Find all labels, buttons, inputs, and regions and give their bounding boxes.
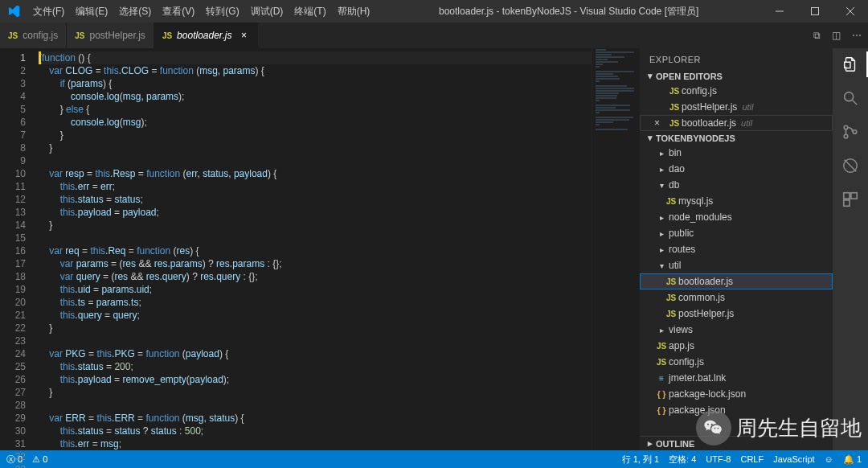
open-editor-item[interactable]: JSpostHelper.jsutil (640, 99, 833, 115)
tree-item[interactable]: ▸views (640, 322, 833, 338)
explorer-title: EXPLORER (640, 48, 833, 69)
js-icon: JS (664, 277, 678, 286)
debug-icon[interactable] (841, 156, 860, 175)
js-icon: JS (664, 310, 678, 318)
js-icon: JS (664, 197, 678, 206)
status-eol[interactable]: CRLF (740, 454, 764, 464)
chevron-icon: ▾ (654, 261, 669, 270)
menu-item[interactable]: 编辑(E) (70, 6, 113, 17)
editor-tab-bar: JSconfig.jsJSpostHelper.jsJSbootloader.j… (0, 23, 868, 48)
tab-label: config.js (23, 30, 58, 41)
tree-item[interactable]: JSpostHelper.js (640, 306, 833, 322)
status-feedback[interactable]: ☺ (825, 454, 833, 464)
menu-item[interactable]: 选择(S) (113, 6, 157, 17)
split-icon[interactable]: ◫ (832, 30, 841, 41)
menu-item[interactable]: 终端(T) (289, 6, 331, 17)
js-icon: JS (667, 87, 682, 96)
status-warnings[interactable]: ⚠ 0 (32, 454, 47, 465)
minimize-button[interactable] (762, 0, 797, 23)
link-icon: ≡ (654, 374, 669, 383)
tree-item[interactable]: ▸node_modules (640, 209, 833, 225)
chevron-icon: ▸ (654, 213, 669, 222)
tree-item[interactable]: ≡jmeter.bat.lnk (640, 370, 833, 386)
project-header[interactable]: ▾TOKENBYNODEJS (640, 131, 833, 145)
chevron-icon: ▸ (654, 229, 669, 238)
menu-item[interactable]: 查看(V) (157, 6, 200, 17)
status-cursor[interactable]: 行 1, 列 1 (622, 454, 659, 466)
status-bar: ⓧ 0 ⚠ 0 行 1, 列 1 空格: 4 UTF-8 CRLF JavaSc… (0, 450, 868, 468)
svg-rect-11 (844, 193, 850, 199)
open-editor-item[interactable]: JSconfig.js (640, 83, 833, 99)
tab-label: postHelper.js (90, 30, 145, 41)
js-icon: JS (162, 31, 172, 40)
wechat-icon (696, 410, 731, 445)
close-icon[interactable]: × (654, 117, 664, 129)
vscode-logo-icon (0, 5, 27, 18)
js-icon: JS (667, 119, 682, 128)
compare-icon[interactable]: ⧉ (813, 30, 821, 41)
editor-tab[interactable]: JSbootloader.js× (154, 23, 259, 48)
close-tab-icon[interactable]: × (238, 30, 249, 41)
svg-line-10 (845, 160, 857, 172)
menu-item[interactable]: 转到(G) (200, 6, 244, 17)
svg-rect-1 (812, 8, 819, 15)
json-icon: { } (654, 390, 669, 399)
tree-item[interactable]: JSapp.js (640, 338, 833, 354)
js-icon: JS (654, 342, 669, 351)
tree-item[interactable]: ▾db (640, 177, 833, 193)
activity-bar (833, 48, 868, 450)
svg-rect-13 (844, 200, 850, 206)
tree-item[interactable]: JScommon.js (640, 289, 833, 306)
svg-line-5 (853, 101, 858, 105)
js-icon: JS (654, 358, 669, 367)
tree-item[interactable]: JSmysql.js (640, 193, 833, 209)
title-bar: 文件(F)编辑(E)选择(S)查看(V)转到(G)调试(D)终端(T)帮助(H)… (0, 0, 868, 23)
chevron-icon: ▸ (654, 149, 669, 158)
tree-item[interactable]: ▸dao (640, 161, 833, 177)
line-gutter: 1234567891011121314151617181920212223242… (0, 48, 34, 450)
menu-item[interactable]: 文件(F) (27, 6, 70, 17)
search-icon[interactable] (841, 88, 860, 108)
status-encoding[interactable]: UTF-8 (706, 454, 731, 464)
more-icon[interactable]: ⋯ (852, 30, 862, 41)
open-editor-item[interactable]: ×JSbootloader.jsutil (640, 115, 833, 131)
status-bell[interactable]: 🔔 1 (843, 454, 862, 465)
chevron-icon: ▸ (654, 165, 669, 174)
code-content[interactable]: (function () { var CLOG = this.CLOG = fu… (34, 48, 592, 450)
tree-item[interactable]: ▾util (640, 257, 833, 273)
chevron-icon: ▸ (654, 326, 669, 335)
js-icon: JS (667, 103, 682, 112)
tree-item[interactable]: ▸bin (640, 145, 833, 161)
tree-item[interactable]: JSbootloader.js (640, 273, 833, 289)
tab-label: bootloader.js (177, 30, 231, 41)
maximize-button[interactable] (797, 0, 833, 23)
explorer-sidebar: EXPLORER ▾OPEN EDITORS JSconfig.jsJSpost… (640, 48, 833, 450)
extensions-icon[interactable] (841, 190, 860, 209)
svg-point-4 (845, 92, 854, 101)
status-language[interactable]: JavaScript (773, 454, 814, 464)
tree-item[interactable]: JSconfig.js (640, 354, 833, 370)
json-icon: { } (654, 406, 669, 415)
open-editors-header[interactable]: ▾OPEN EDITORS (640, 69, 833, 83)
svg-point-8 (853, 130, 857, 134)
js-icon: JS (8, 31, 18, 40)
editor-area[interactable]: 1234567891011121314151617181920212223242… (0, 48, 640, 450)
js-icon: JS (664, 294, 678, 302)
chevron-icon: ▾ (654, 181, 669, 190)
editor-tab[interactable]: JSconfig.js (0, 23, 67, 48)
status-spaces[interactable]: 空格: 4 (669, 454, 696, 466)
menu-item[interactable]: 调试(D) (245, 6, 289, 17)
tree-item[interactable]: { }package-lock.json (640, 386, 833, 402)
tree-item[interactable]: ▸routes (640, 241, 833, 257)
tree-item[interactable]: ▸public (640, 225, 833, 241)
editor-tab[interactable]: JSpostHelper.js (67, 23, 154, 48)
explorer-icon[interactable] (841, 55, 860, 74)
svg-rect-12 (851, 193, 857, 199)
close-button[interactable] (833, 0, 868, 23)
source-control-icon[interactable] (841, 122, 860, 142)
svg-point-7 (844, 134, 848, 138)
menu-item[interactable]: 帮助(H) (332, 6, 376, 17)
js-icon: JS (75, 31, 84, 40)
minimap[interactable] (592, 48, 640, 450)
window-title: bootloader.js - tokenByNodeJS - Visual S… (375, 5, 762, 18)
